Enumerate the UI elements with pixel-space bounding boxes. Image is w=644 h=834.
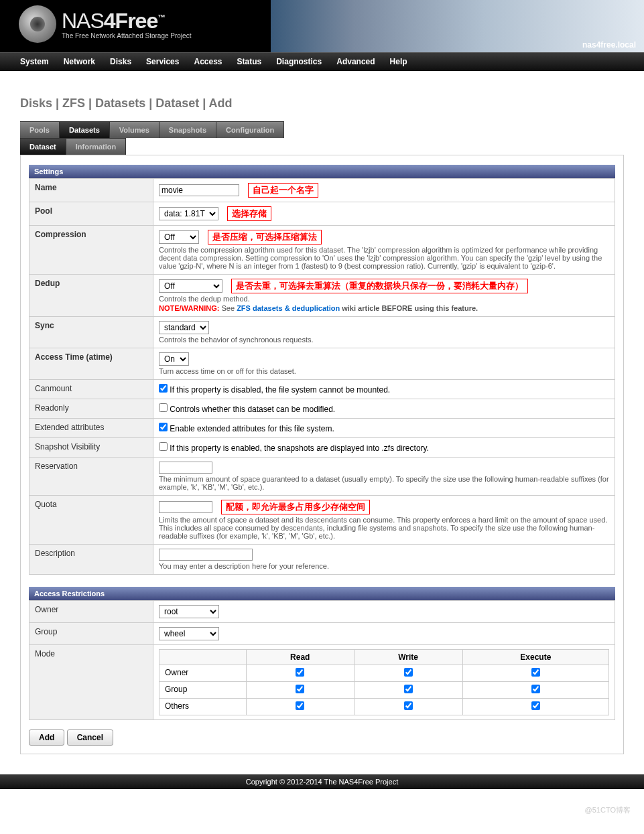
annotation-pool: 选择存储 (227, 206, 271, 221)
top-nav: System Network Disks Services Access Sta… (0, 52, 644, 71)
buttons-row: Add Cancel (29, 729, 615, 746)
mode-group-read[interactable] (296, 685, 304, 693)
mode-group-execute[interactable] (531, 685, 540, 693)
mode-col-write: Write (354, 650, 462, 665)
mode-group-write[interactable] (404, 685, 413, 693)
nav-status[interactable]: Status (237, 57, 262, 66)
reservation-input[interactable] (159, 462, 212, 474)
help-reservation: The minimum amount of space guaranteed t… (159, 475, 609, 491)
nav-network[interactable]: Network (64, 57, 95, 66)
label-quota: Quota (29, 496, 153, 545)
tabs-secondary: Dataset Information (20, 138, 624, 155)
mode-owner-read[interactable] (296, 668, 304, 677)
dedup-wiki-link[interactable]: ZFS datasets & deduplication (237, 304, 340, 312)
sync-select[interactable]: standard (159, 321, 209, 334)
nav-advanced[interactable]: Advanced (336, 57, 375, 66)
nav-access[interactable]: Access (194, 57, 222, 66)
label-owner: Owner (29, 601, 153, 623)
tab-datasets[interactable]: Datasets (60, 121, 110, 138)
add-button[interactable]: Add (29, 729, 64, 746)
header-banner: NAS4Free™ The Free Network Attached Stor… (0, 0, 644, 52)
label-pool: Pool (29, 202, 153, 226)
label-canmount: Canmount (29, 380, 153, 399)
mode-others-write[interactable] (404, 701, 413, 710)
mode-row-others: Others (159, 699, 247, 715)
atime-select[interactable]: On (159, 352, 189, 366)
help-atime: Turn access time on or off for this data… (159, 367, 609, 375)
mode-row-group: Group (159, 682, 247, 699)
label-dedup: Dedup (29, 275, 153, 317)
section-settings-header: Settings (29, 165, 615, 178)
tab-volumes[interactable]: Volumes (110, 121, 159, 138)
label-mode: Mode (29, 645, 153, 720)
nav-diagnostics[interactable]: Diagnostics (276, 57, 322, 66)
dedup-select[interactable]: Off (159, 279, 222, 293)
snapvis-checkbox[interactable] (159, 442, 168, 451)
nav-system[interactable]: System (20, 57, 49, 66)
content-area: Disks | ZFS | Datasets | Dataset | Add P… (0, 71, 644, 768)
canmount-checkbox[interactable] (159, 384, 168, 393)
description-input[interactable] (159, 549, 253, 561)
pool-select[interactable]: data: 1.81T (159, 207, 218, 220)
label-atime: Access Time (atime) (29, 348, 153, 380)
mode-others-read[interactable] (296, 701, 304, 710)
help-description: You may enter a description here for you… (159, 562, 609, 570)
section-access-header: Access Restrictions (29, 587, 615, 600)
label-description: Description (29, 545, 153, 575)
logo-icon (19, 5, 56, 43)
settings-table: Name 自己起一个名字 Pool data: 1.81T 选择存储 Compr… (29, 178, 615, 575)
label-sync: Sync (29, 317, 153, 348)
annotation-compression: 是否压缩，可选择压缩算法 (208, 230, 322, 245)
subtab-information[interactable]: Information (66, 138, 127, 155)
help-compression: Controls the compression algorithm used … (159, 246, 609, 270)
breadcrumb: Disks | ZFS | Datasets | Dataset | Add (20, 96, 624, 111)
subtab-dataset[interactable]: Dataset (20, 138, 66, 155)
annotation-name: 自己起一个名字 (248, 183, 318, 198)
tab-snapshots[interactable]: Snapshots (159, 121, 216, 138)
quota-input[interactable] (159, 501, 212, 513)
mode-owner-write[interactable] (404, 668, 413, 677)
mode-col-read: Read (247, 650, 355, 665)
help-xattr: Enable extended attributes for this file… (170, 424, 334, 433)
help-sync: Controls the behavior of synchronous req… (159, 336, 609, 344)
tabs-primary: Pools Datasets Volumes Snapshots Configu… (20, 121, 624, 138)
footer: Copyright © 2012-2014 The NAS4Free Proje… (0, 774, 644, 789)
annotation-dedup: 是否去重，可选择去重算法（重复的数据块只保存一份，要消耗大量内存） (231, 279, 528, 293)
help-quota: Limits the amount of space a dataset and… (159, 516, 609, 540)
label-xattr: Extended attributes (29, 419, 153, 438)
mode-col-execute: Execute (462, 650, 608, 665)
mode-table: Read Write Execute Owner Group (159, 649, 609, 715)
logo-area: NAS4Free™ The Free Network Attached Stor… (0, 0, 644, 43)
tab-pools[interactable]: Pools (20, 121, 60, 138)
mode-owner-execute[interactable] (531, 668, 540, 677)
access-table: Owner root Group wheel Mode Read Write E… (29, 600, 615, 720)
dedup-warning-prefix: NOTE/WARNING: (159, 304, 219, 312)
help-canmount: If this property is disabled, the file s… (170, 385, 390, 395)
cancel-button[interactable]: Cancel (67, 729, 113, 746)
group-select[interactable]: wheel (159, 627, 219, 640)
help-readonly: Controls whether this dataset can be mod… (170, 405, 335, 414)
nav-help[interactable]: Help (390, 57, 407, 66)
hostname: nas4free.local (582, 40, 636, 50)
mode-others-execute[interactable] (531, 701, 540, 710)
nav-disks[interactable]: Disks (110, 57, 131, 66)
annotation-quota: 配额，即允许最多占用多少存储空间 (221, 500, 370, 514)
help-snapvis: If this property is enabled, the snapsho… (170, 443, 429, 453)
xattr-checkbox[interactable] (159, 423, 168, 431)
label-readonly: Readonly (29, 399, 153, 419)
compression-select[interactable]: Off (159, 230, 199, 244)
readonly-checkbox[interactable] (159, 403, 168, 412)
tab-configuration[interactable]: Configuration (216, 121, 284, 138)
form-panel: Settings Name 自己起一个名字 Pool data: 1.81T 选… (20, 155, 624, 754)
logo-tagline: The Free Network Attached Storage Projec… (62, 32, 191, 40)
name-input[interactable] (159, 184, 239, 196)
label-group: Group (29, 623, 153, 645)
label-name: Name (29, 179, 153, 202)
mode-row-owner: Owner (159, 665, 247, 682)
help-dedup: Controls the dedup method. (159, 295, 609, 303)
owner-select[interactable]: root (159, 605, 219, 618)
label-compression: Compression (29, 226, 153, 275)
logo-text: NAS4Free™ (62, 9, 191, 33)
nav-services[interactable]: Services (146, 57, 179, 66)
label-reservation: Reservation (29, 458, 153, 496)
